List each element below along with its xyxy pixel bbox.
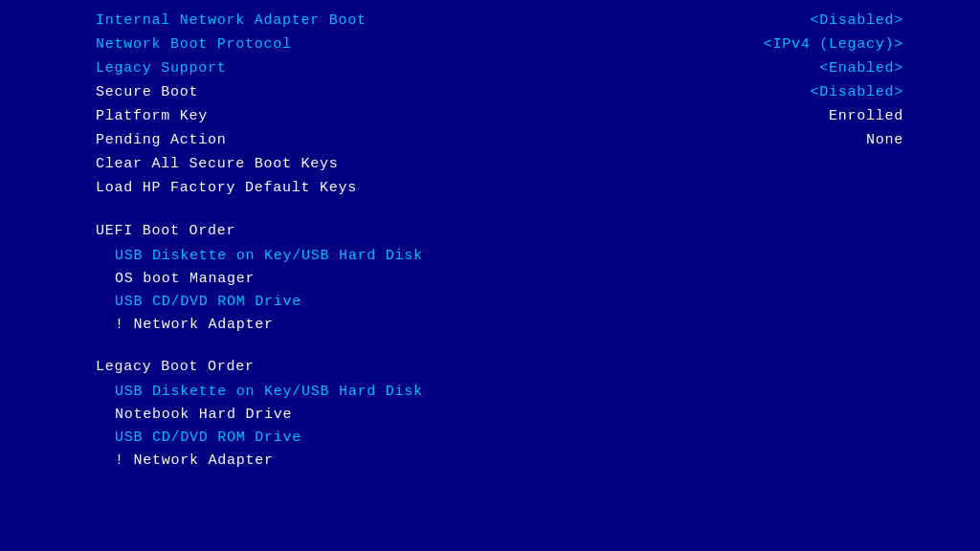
value-legacy-support: <Enabled> [819, 57, 903, 80]
bios-screen: Internal Network Adapter Boot <Disabled>… [0, 0, 980, 551]
row-network-boot-protocol: Network Boot Protocol <IPv4 (Legacy)> [96, 33, 903, 56]
label-internal-network-adapter: Internal Network Adapter Boot [96, 10, 367, 33]
bios-content: Internal Network Adapter Boot <Disabled>… [96, 10, 903, 473]
uefi-boot-order-header: UEFI Boot Order [96, 220, 903, 243]
uefi-item-1[interactable]: USB Diskette on Key/USB Hard Disk [115, 245, 903, 268]
value-secure-boot: <Disabled> [810, 81, 903, 104]
uefi-item-4[interactable]: ! Network Adapter [115, 314, 903, 337]
row-load-hp-factory-keys: Load HP Factory Default Keys [96, 177, 903, 200]
legacy-item-1[interactable]: USB Diskette on Key/USB Hard Disk [115, 381, 903, 404]
value-pending-action: None [866, 129, 903, 152]
legacy-item-4[interactable]: ! Network Adapter [115, 450, 903, 473]
row-internal-network-adapter: Internal Network Adapter Boot <Disabled> [96, 10, 903, 33]
value-network-boot-protocol: <IPv4 (Legacy)> [764, 33, 903, 56]
row-secure-boot: Secure Boot <Disabled> [96, 81, 903, 104]
label-clear-secure-boot-keys: Clear All Secure Boot Keys [96, 153, 339, 176]
label-network-boot-protocol: Network Boot Protocol [96, 33, 292, 56]
value-internal-network-adapter: <Disabled> [810, 10, 903, 33]
legacy-items-list: USB Diskette on Key/USB Hard Disk Notebo… [96, 381, 903, 473]
spacer-2 [96, 337, 903, 346]
label-platform-key: Platform Key [96, 105, 208, 128]
legacy-item-3[interactable]: USB CD/DVD ROM Drive [115, 427, 903, 450]
row-pending-action: Pending Action None [96, 129, 903, 152]
uefi-item-2[interactable]: OS boot Manager [115, 268, 903, 291]
label-legacy-support: Legacy Support [96, 57, 227, 80]
value-platform-key: Enrolled [829, 105, 903, 128]
uefi-items-list: USB Diskette on Key/USB Hard Disk OS boo… [96, 245, 903, 337]
row-legacy-support: Legacy Support <Enabled> [96, 57, 903, 80]
legacy-item-2[interactable]: Notebook Hard Drive [115, 404, 903, 427]
label-load-hp-factory-keys: Load HP Factory Default Keys [96, 177, 357, 200]
label-secure-boot: Secure Boot [96, 81, 198, 104]
row-clear-secure-boot-keys: Clear All Secure Boot Keys [96, 153, 903, 176]
row-platform-key: Platform Key Enrolled [96, 105, 903, 128]
legacy-boot-order-header: Legacy Boot Order [96, 356, 903, 379]
uefi-item-3[interactable]: USB CD/DVD ROM Drive [115, 291, 903, 314]
spacer-1 [96, 201, 903, 210]
label-pending-action: Pending Action [96, 129, 227, 152]
